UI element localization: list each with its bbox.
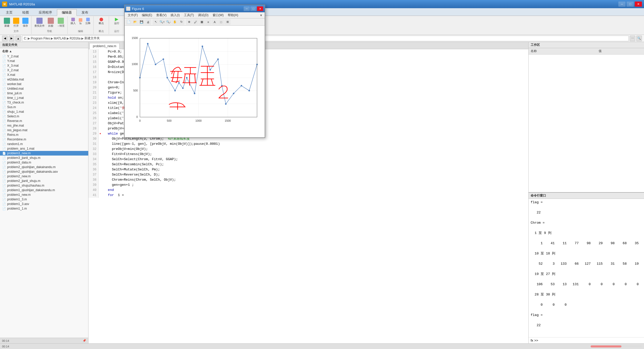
list-item[interactable]: 📄Y.mat <box>0 59 88 63</box>
fig-tool-brush[interactable]: 🖊 <box>192 19 199 25</box>
maximize-button[interactable]: □ <box>627 2 634 7</box>
list-item[interactable]: 📄problem3_data.m <box>0 160 88 165</box>
new-button[interactable]: 新建 <box>3 17 11 28</box>
goto-button[interactable]: →转至 <box>56 17 66 28</box>
minimize-button[interactable]: ─ <box>618 2 626 7</box>
list-item[interactable]: 📄X.mat <box>0 73 88 77</box>
fig-tool-new[interactable]: 📄 <box>126 19 132 25</box>
find-file-button[interactable]: 查找文件 <box>33 17 46 28</box>
insert-button[interactable]: 插入 <box>69 17 77 26</box>
list-item[interactable]: 📄Sus.m <box>0 105 88 109</box>
list-item[interactable]: 📄Reverse.m <box>0 119 88 123</box>
list-item-untitled-mat[interactable]: 📄Untitled.mat <box>0 86 88 91</box>
list-item[interactable]: 📄random1.m <box>0 142 88 146</box>
fig-tool-colorbar[interactable]: ▦ <box>199 19 205 25</box>
up-button[interactable]: ▲ <box>15 36 21 41</box>
list-item[interactable]: 📄X_2.mat <box>0 68 88 73</box>
open-button[interactable]: 打开 <box>12 17 21 28</box>
figure-close-button[interactable]: ✕ <box>257 6 263 11</box>
fig-tool-zoom-in[interactable]: 🔍+ <box>159 19 165 25</box>
file-list[interactable]: 名称 ▲ 📄Y_2.mat 📄Y.mat 📄X_3.mat 📄X_2.mat 📄… <box>0 48 88 338</box>
fig-tool-legend[interactable]: ≡ <box>205 19 211 25</box>
figure-maximize-button[interactable]: □ <box>250 6 256 11</box>
fig-menu-edit[interactable]: 编辑(E) <box>140 13 154 18</box>
list-item[interactable]: 📄res_jieguo.mat <box>0 128 88 132</box>
tab-publish[interactable]: 发布 <box>77 9 93 16</box>
list-item[interactable]: 📄shuju_1.mat <box>0 109 88 114</box>
breakpoint-button[interactable]: 断点 <box>97 17 105 26</box>
list-item[interactable]: 📄problem2_jianli_shuju.m <box>0 179 88 183</box>
list-item[interactable]: 📄T3_check.m <box>0 100 88 105</box>
fig-menu-file[interactable]: 文件(F) <box>126 13 140 18</box>
list-item[interactable]: 📄problem1_new.m <box>0 192 88 197</box>
list-item[interactable]: 📄wt2data.mat <box>0 77 88 82</box>
editor-tab-problem1[interactable]: problem1_new.m <box>90 43 120 49</box>
list-item[interactable]: 📄Reins.m <box>0 132 88 137</box>
list-item[interactable]: 📄res_jihe.mat <box>0 123 88 128</box>
svg-point-21 <box>194 93 195 94</box>
list-item[interactable]: 📄problem1_1.m <box>0 206 88 211</box>
tab-home[interactable]: 主页 <box>1 9 17 16</box>
fig-menu-expand[interactable]: ▼ <box>259 14 264 17</box>
fig-tool-zoom-out[interactable]: 🔍- <box>165 19 172 25</box>
fig-tool-print[interactable]: 🖨 <box>145 19 151 25</box>
list-item[interactable]: 📄problem1_3.asv <box>0 202 88 206</box>
tab-apps[interactable]: 应用程序 <box>34 9 57 16</box>
back-button[interactable]: ◀ <box>2 36 8 41</box>
fig-tool-open[interactable]: 📂 <box>132 19 138 25</box>
fig-tool-select[interactable]: ↖ <box>153 19 159 25</box>
list-item[interactable]: 📄time_juli.m <box>0 91 88 96</box>
fig-tool-rotate[interactable]: ↻ <box>178 19 184 25</box>
fig-menu-view[interactable]: 查看(V) <box>154 13 169 18</box>
compare-button[interactable]: 比较 <box>46 17 55 28</box>
fig-menu-window[interactable]: 窗口(W) <box>211 13 226 18</box>
browse-button[interactable]: ⋯ <box>630 36 635 41</box>
fig-tool-pan[interactable]: ✋ <box>172 19 178 25</box>
list-item[interactable]: 📄Y_2.mat <box>0 54 88 59</box>
list-item[interactable]: 📄X_3.mat <box>0 63 88 68</box>
m-icon: 📄 <box>2 184 6 187</box>
fig-menu-help[interactable]: 帮助(H) <box>226 13 240 18</box>
fig-menu-tools[interactable]: 工具(T) <box>182 13 196 18</box>
fx-button[interactable]: fx <box>77 17 84 26</box>
close-button[interactable]: ✕ <box>635 2 642 7</box>
list-item[interactable]: 📄problem1_qiushijan_dakainandu.m <box>0 188 88 192</box>
address-path[interactable]: C: ▶ Program Files ▶ MATLAB ▶ R2016a ▶ 新… <box>22 36 629 41</box>
mat-icon: 📄 <box>2 87 6 90</box>
list-item[interactable]: 📄time_i_j.mat <box>0 96 88 100</box>
code-line-35: 35 SelCh=Recombin(SelCh, Pc); <box>88 162 528 167</box>
command-output[interactable]: flag = 22 Chrom = 1 至 9 列 1 41 11 77 98 … <box>529 199 644 337</box>
svg-point-17 <box>174 90 176 91</box>
fig-tool-propertyeditor[interactable]: ⊞ <box>224 19 231 25</box>
list-item[interactable]: 📄problem3_jianli_shuju.m <box>0 156 88 160</box>
fig-menu-debug[interactable]: 调试(D) <box>196 13 211 18</box>
list-item[interactable]: 📄problem1_shujuzhauhau.m <box>0 183 88 188</box>
ribbon-group-edit: 插入 fx 注释 编辑 <box>68 16 94 34</box>
run-button[interactable]: 运行 <box>113 17 121 26</box>
main-content: 当前文件夹 名称 ▲ 📄Y_2.mat 📄Y.mat 📄X_3.mat 📄X_2… <box>0 42 644 343</box>
fig-tool-plotbrowser[interactable]: □ <box>218 19 224 25</box>
list-item[interactable]: 📄problem_ans_1.mat <box>0 146 88 151</box>
list-item[interactable]: 📄worker.bat <box>0 82 88 86</box>
save-button[interactable]: 保存 <box>21 17 30 28</box>
fig-tool-datacursor[interactable]: ⊕ <box>186 19 192 25</box>
tab-editor[interactable]: 编辑器 <box>57 9 77 16</box>
note-button[interactable]: 注释 <box>84 17 92 26</box>
list-item[interactable]: 📄problem2_qiushijian_dakainandu.m <box>0 165 88 169</box>
fig-tool-annotate[interactable]: A <box>212 19 218 25</box>
figure-minimize-button[interactable]: ─ <box>244 6 250 11</box>
list-item[interactable]: 📄Select.m <box>0 114 88 119</box>
tab-plot[interactable]: 绘图 <box>17 9 34 16</box>
list-item-problem3-new[interactable]: 📄problem3_new.m <box>0 151 88 156</box>
right-panel: 工作区 名称 值 <box>529 42 644 343</box>
fig-menu-insert[interactable]: 插入(I) <box>169 13 182 18</box>
fig-tool-save[interactable]: 💾 <box>138 19 145 25</box>
findfolder-button[interactable]: 🔍 <box>636 36 642 41</box>
command-input[interactable] <box>539 338 642 342</box>
list-item[interactable]: 📄problem2_qiushijian_dakainandu.asv <box>0 169 88 174</box>
m-icon: 📄 <box>2 138 6 141</box>
forward-button[interactable]: ▶ <box>9 36 14 41</box>
list-item[interactable]: 📄problem1_3.m <box>0 197 88 202</box>
list-item[interactable]: 📄problem2_new.m <box>0 174 88 179</box>
list-item[interactable]: 📄Recombine.m <box>0 137 88 142</box>
